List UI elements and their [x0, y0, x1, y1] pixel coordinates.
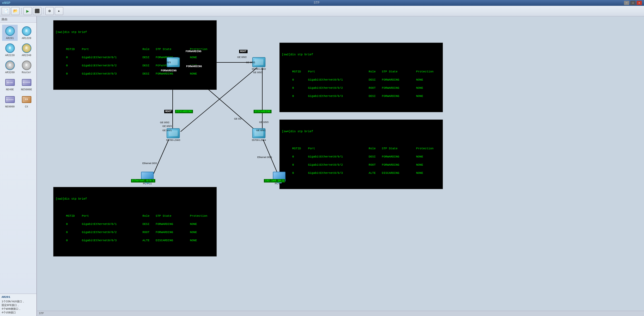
- terminal-sw1-title: [sw1]dis stp brief: [56, 30, 214, 34]
- canvas-sw2[interactable]: S5700-LSW2: [252, 57, 266, 70]
- label-ge001-sw1: GE 0/0/1: [158, 64, 168, 67]
- sidebar-item-ne9000[interactable]: NE9000 NE9000: [2, 93, 18, 109]
- sidebar-device-list: AR201 AR1220 AR2220 AR2240: [0, 23, 36, 275]
- titlebar: eNSP STP ─ □ ✕: [0, 0, 644, 6]
- toolbar: 📄 📂 ▶ ⬛ ⚙ ▸: [0, 6, 644, 16]
- terminal-sw2-table: MSTIDPortRoleSTP StateProtection 0Gigabi…: [282, 66, 440, 102]
- sw2-label: S5700-LSW2: [252, 68, 266, 70]
- device-info-panel: AR201 1个CON/AUX接口， 固定8FE接口， 4个WAN侧接口， 4个…: [0, 294, 37, 316]
- ne9000-label: NE9000: [5, 105, 14, 108]
- sidebar-item-ar2240[interactable]: AR2240: [19, 42, 34, 58]
- label-forwarding-sw1-bottom: FORWARDING: [160, 69, 178, 72]
- minimize-button[interactable]: ─: [624, 1, 629, 5]
- ne5000e-icon: NE5000E: [21, 77, 32, 88]
- terminal-sw1[interactable]: [sw1]dis stp brief MSTIDPortRoleSTP Stat…: [53, 20, 217, 90]
- canvas-pc2[interactable]: PC-PC2: [273, 172, 285, 185]
- expand-button[interactable]: ▸: [55, 7, 63, 15]
- info-line-3: 4个WAN侧接口，: [2, 307, 35, 311]
- sidebar-item-ar3260[interactable]: AR3260: [2, 59, 18, 75]
- terminal-sw4[interactable]: [sw4]dis stp brief MSTIDPortRoleSTP Stat…: [279, 120, 443, 189]
- sw4-label: S5700-LSW4: [252, 139, 266, 141]
- label-ge002-sw2: GE 0/0/2: [237, 56, 247, 58]
- ar3260-icon: [5, 60, 15, 71]
- label-ge001-sw4: GE 0/0/1: [256, 129, 266, 132]
- stop-button[interactable]: ⬛: [33, 7, 41, 15]
- sidebar-item-cx[interactable]: CX: [19, 93, 34, 109]
- terminal-sw3-table: MSTIDPortRoleSTP StateProtection 0Gigabi…: [56, 210, 214, 247]
- label-eth-pc2: Ethernet 0/0/1: [257, 156, 272, 159]
- ar2240-router-icon: [22, 43, 31, 53]
- terminal-sw2-title: [sw2]dis stp brief: [282, 53, 440, 57]
- ar2220-router-icon: [5, 43, 15, 53]
- ar3260-router-icon: [5, 61, 15, 70]
- label-forwarding-sw1-right: FORWARDING: [185, 65, 203, 68]
- info-line-4: 4个USB接口: [2, 311, 35, 314]
- ne40e-device-icon: NE40E: [5, 79, 15, 86]
- sidebar-section-router: 路由: [0, 16, 36, 23]
- ne5000e-device-icon: NE5000E: [22, 79, 31, 86]
- info-line-1: 1个CON/AUX接口，: [2, 300, 35, 303]
- ne40e-icon: NE40E: [5, 77, 15, 88]
- canvas-pc1[interactable]: PC-PC1: [141, 172, 154, 185]
- label-discarding-sw4: DISCARDING: [254, 110, 272, 113]
- ar3260-label: AR3260: [5, 71, 14, 74]
- terminal-sw3[interactable]: [sw3]dis stp brief MSTIDPortRoleSTP Stat…: [53, 187, 217, 256]
- label-ge003-sw3: GE 0/0/3: [162, 125, 172, 127]
- label-discarding-sw3: DISCARDING: [175, 110, 193, 113]
- label-ip-pc2: 192.168.10.1: [264, 179, 285, 182]
- sidebar-item-router[interactable]: Router: [19, 59, 34, 75]
- ar2220-icon: [5, 43, 15, 53]
- run-button[interactable]: ▶: [23, 7, 32, 15]
- cx-device-icon: [22, 96, 31, 103]
- terminal-sw4-table: MSTIDPortRoleSTP StateProtection 0Gigabi…: [282, 143, 440, 179]
- new-button[interactable]: 📄: [2, 7, 10, 15]
- sidebar-item-ne5000e[interactable]: NE5000E NE5000E: [19, 76, 34, 92]
- label-ge001-sw2: GE 0/0/1: [246, 61, 255, 64]
- label-root-sw2-top: ROOT: [239, 50, 248, 53]
- ar1220-icon: [21, 26, 32, 36]
- toolbar-separator-2: [43, 8, 43, 14]
- sidebar: 路由 AR201 AR1220 AR2220: [0, 16, 37, 316]
- maximize-button[interactable]: □: [630, 1, 636, 5]
- info-line-2: 固定8FE接口，: [2, 303, 35, 307]
- ne5000e-label: NE5000E: [21, 88, 32, 91]
- ne9000-device-icon: NE9000: [5, 96, 15, 103]
- statusbar-text: STP: [39, 312, 44, 315]
- terminal-sw1-table: MSTIDPortRoleSTP StateProtection 0Gigabi…: [56, 43, 214, 80]
- terminal-sw2[interactable]: [sw2]dis stp brief MSTIDPortRoleSTP Stat…: [279, 43, 443, 112]
- label-root-sw3: ROOT: [164, 110, 173, 113]
- cx-label: CX: [25, 105, 28, 108]
- ar2240-icon: [21, 43, 32, 53]
- sidebar-item-ar2220[interactable]: AR2220: [2, 42, 18, 58]
- ne40e-label: NE40E: [6, 88, 14, 91]
- label-forwarding-sw1-top: FORWARDING: [185, 50, 202, 53]
- open-button[interactable]: 📂: [11, 7, 20, 15]
- label-ge003-sw2: GE 0/0/3: [253, 71, 263, 74]
- toolbar-separator-1: [21, 8, 22, 14]
- network-canvas[interactable]: [sw1]dis stp brief MSTIDPortRoleSTP Stat…: [37, 16, 644, 316]
- router-icon: [21, 60, 32, 71]
- canvas-sw1[interactable]: S5700-LSW1: [166, 57, 180, 70]
- label-eth-pc1: Ethernet 0/0/1: [142, 162, 157, 165]
- terminal-sw4-title: [sw4]dis stp brief: [282, 130, 440, 134]
- info-device-title: AR201: [2, 295, 35, 299]
- ar201-icon: [5, 26, 15, 36]
- label-ip-pc1: Ethernet 0/0/1: [131, 179, 155, 182]
- ar201-label: AR201: [6, 37, 14, 40]
- ar1220-label: AR1220: [22, 37, 31, 40]
- app-logo: eNSP: [2, 1, 10, 5]
- cx-icon: [21, 94, 32, 105]
- sidebar-section-label: 路由: [2, 18, 7, 21]
- ne9000-icon: NE9000: [5, 94, 15, 105]
- window-title: STP: [10, 1, 623, 5]
- ar1220-router-icon: [22, 26, 31, 36]
- close-button[interactable]: ✕: [637, 1, 642, 5]
- settings-button[interactable]: ⚙: [45, 7, 54, 15]
- sidebar-item-ar201[interactable]: AR201: [2, 25, 18, 41]
- label-ge001-sw3: GE 0/0/1: [162, 129, 172, 132]
- label-ge002-sw3: GE 0/0/2: [160, 121, 170, 124]
- device-grid: AR201 AR1220 AR2220 AR2240: [0, 23, 36, 111]
- sidebar-item-ar1220[interactable]: AR1220: [19, 25, 34, 41]
- sidebar-item-ne40e[interactable]: NE40E NE40E: [2, 76, 18, 92]
- ar201-router-icon: [5, 26, 15, 36]
